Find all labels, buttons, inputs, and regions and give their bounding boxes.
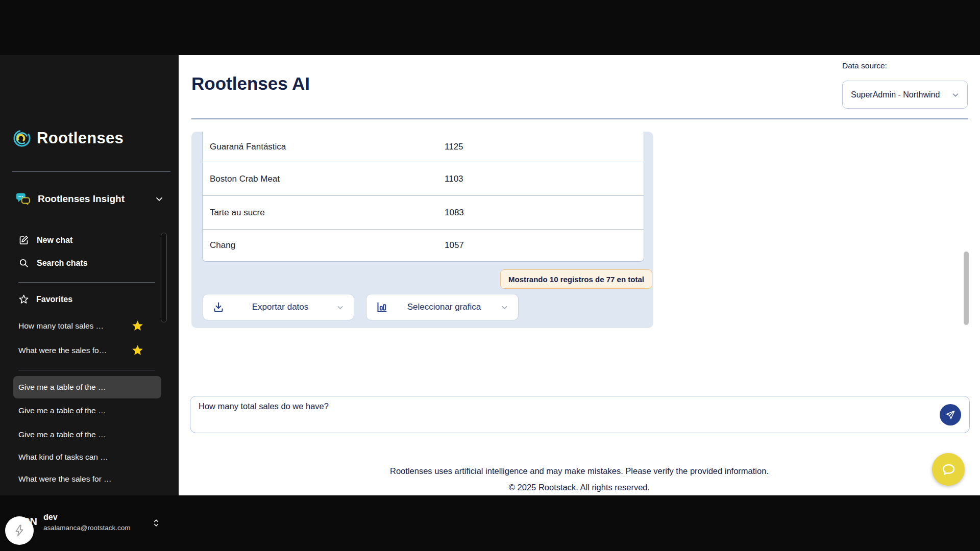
main-content: Rootlenses AI Data source: SuperAdmin - … <box>179 55 980 495</box>
speech-bubble-icon <box>940 461 957 478</box>
send-button[interactable] <box>940 404 961 425</box>
bar-chart-icon <box>376 301 388 313</box>
product-name-cell: Guaraná Fantástica <box>203 142 286 152</box>
app-window: Rootlenses Rootlenses Insight <box>0 0 980 551</box>
records-count-badge: Mostrando 10 registros de 77 en total <box>500 269 652 289</box>
sidebar-item-new-chat[interactable]: New chat <box>18 235 72 245</box>
new-chat-label: New chat <box>37 236 72 245</box>
lightning-bolt-icon <box>13 524 26 537</box>
product-name-cell: Tarte au sucre <box>203 208 265 218</box>
history-chat-label: What kind of tasks can … <box>18 453 108 462</box>
datasource-label: Data source: <box>842 61 887 70</box>
favorite-chat-label: What were the sales fo… <box>18 346 131 355</box>
product-value-cell: 1125 <box>445 142 463 152</box>
product-value-cell: 1057 <box>445 240 464 251</box>
new-chat-icon <box>18 235 29 245</box>
chevron-down-icon <box>951 90 960 99</box>
favorite-chat-item[interactable]: How many total sales … <box>18 319 144 332</box>
brand-logo: Rootlenses <box>12 129 124 148</box>
user-name: dev <box>43 513 58 522</box>
table-row: Tarte au sucre 1083 <box>203 195 644 229</box>
star-outline-icon <box>18 294 29 305</box>
history-chat-item[interactable]: Give me a table of the … <box>13 399 161 422</box>
search-icon <box>18 258 29 268</box>
download-icon <box>212 301 225 313</box>
support-chat-button[interactable] <box>932 453 965 486</box>
product-value-cell: 1083 <box>445 208 464 218</box>
chevron-down-icon <box>336 303 345 312</box>
datasource-value: SuperAdmin - Northwind <box>851 90 951 99</box>
search-chats-label: Search chats <box>37 259 88 268</box>
chat-composer: How many total sales do we have? <box>190 396 970 433</box>
favorite-chat-item[interactable]: What were the sales fo… <box>18 344 144 357</box>
favorites-header: Favorites <box>18 294 72 305</box>
brand-name: Rootlenses <box>37 129 124 147</box>
disclaimer-text: Rootlenses uses artificial intelligence … <box>179 466 980 476</box>
datasource-select[interactable]: SuperAdmin - Northwind <box>842 81 968 109</box>
favorites-label: Favorites <box>36 295 72 304</box>
sidebar-divider <box>12 171 170 172</box>
sidebar-divider <box>18 282 155 283</box>
history-chat-item[interactable]: Give me a table of the … <box>13 423 161 446</box>
sidebar-item-search-chats[interactable]: Search chats <box>18 258 88 268</box>
history-chat-label: Give me a table of the … <box>18 430 106 439</box>
history-chat-label: Give me a table of the … <box>18 383 106 392</box>
sidebar-divider <box>18 370 155 370</box>
chevron-down-icon <box>154 194 164 204</box>
user-email: asalamanca@rootstack.com <box>43 524 131 532</box>
dev-tools-button[interactable] <box>5 516 34 545</box>
page-scrollbar[interactable] <box>964 252 969 325</box>
results-table: Guaraná Fantástica 1125 Boston Crab Meat… <box>202 132 644 262</box>
header-divider <box>191 118 968 119</box>
chevron-down-icon <box>500 303 509 312</box>
sidebar-section-label: Rootlenses Insight <box>38 193 148 205</box>
star-filled-icon[interactable] <box>131 344 144 357</box>
table-row: Boston Crab Meat 1103 <box>203 162 644 195</box>
product-name-cell: Boston Crab Meat <box>203 174 280 184</box>
send-plane-icon <box>945 409 956 420</box>
product-value-cell: 1103 <box>445 174 463 184</box>
chat-bubbles-icon <box>15 191 32 207</box>
sidebar: Rootlenses Rootlenses Insight <box>0 55 179 495</box>
copyright-text: © 2025 Rootstack. All rights reserved. <box>179 483 980 492</box>
user-menu-expander[interactable] <box>151 517 161 529</box>
unfold-more-icon <box>151 517 161 529</box>
table-row: Guaraná Fantástica 1125 <box>203 132 644 162</box>
page-title: Rootlenses AI <box>191 73 310 94</box>
history-chat-label: What were the sales for … <box>18 474 112 484</box>
history-chat-item[interactable]: What kind of tasks can … <box>13 446 161 468</box>
select-chart-button[interactable]: Seleccionar grafica <box>366 294 519 320</box>
rootlenses-logo-icon <box>12 129 32 148</box>
favorite-chat-label: How many total sales … <box>18 321 131 331</box>
history-chat-label: Give me a table of the … <box>18 406 106 415</box>
table-row: Chang 1057 <box>203 229 644 261</box>
history-chat-item[interactable]: What were the sales for … <box>13 468 161 490</box>
export-data-button[interactable]: Exportar datos <box>203 294 354 320</box>
results-panel: Guaraná Fantástica 1125 Boston Crab Meat… <box>191 132 653 328</box>
export-data-label: Exportar datos <box>225 302 336 312</box>
sidebar-section-insight[interactable]: Rootlenses Insight <box>15 190 164 208</box>
product-name-cell: Chang <box>203 240 235 251</box>
select-chart-label: Seleccionar grafica <box>388 302 500 312</box>
history-chat-item[interactable]: Give me a table of the … <box>13 376 161 398</box>
sidebar-scrollbar[interactable] <box>161 233 167 322</box>
message-input[interactable]: How many total sales do we have? <box>199 402 928 427</box>
star-filled-icon[interactable] <box>131 319 144 332</box>
